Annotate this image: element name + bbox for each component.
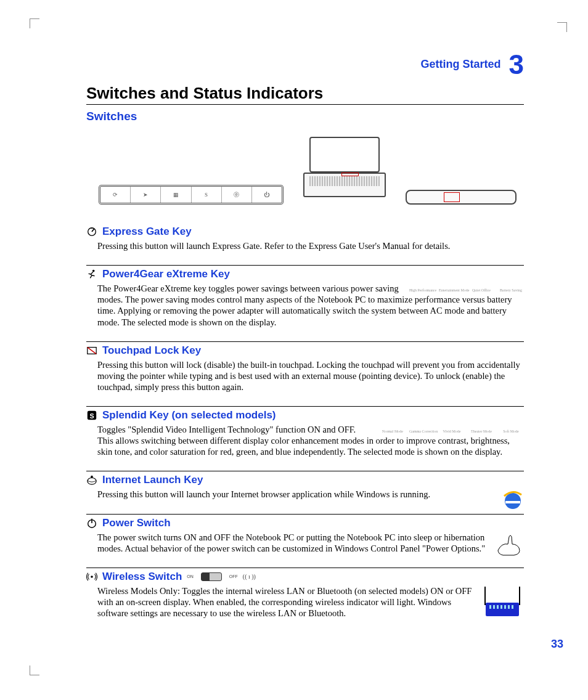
section-body: Normal Mode Gamma Correction Vivid Mode … — [97, 424, 524, 457]
browser-icon — [86, 474, 97, 486]
section-internet: Internet Launch Key Pressing this button… — [86, 471, 524, 500]
section-power-switch: Power Switch The power switch turns ON a… — [86, 514, 524, 554]
section-body: Pressing this button will lock (disable)… — [97, 359, 524, 393]
on-label: ON — [187, 574, 194, 579]
wireless-icon — [86, 571, 97, 582]
section-title: Splendid Key (on selected models) — [102, 409, 276, 421]
section-touchpad-lock: Touchpad Lock Key Pressing this button w… — [86, 341, 524, 393]
laptop-top-diagram — [298, 137, 391, 205]
breadcrumb: Getting Started — [420, 58, 500, 70]
section-body: High Performance Entertainment Mode Quie… — [97, 283, 524, 328]
chapter-number: 3 — [509, 49, 524, 79]
section-body: Pressing this button will launch Express… — [97, 240, 524, 251]
ie-logo-icon — [502, 489, 524, 511]
page-number: 33 — [551, 638, 563, 651]
svg-point-8 — [91, 476, 93, 478]
svg-point-2 — [92, 270, 95, 272]
section-body: The power switch turns ON and OFF the No… — [97, 532, 524, 554]
section-title: Power Switch — [102, 517, 171, 529]
svg-text:S: S — [89, 412, 94, 420]
page-subtitle: Switches — [86, 110, 524, 123]
hardware-diagrams: ⟳➤▦Sⓔ⏻ — [99, 131, 524, 205]
page-content: Getting Started 3 Switches and Status In… — [86, 49, 524, 619]
section-splendid: S Splendid Key (on selected models) Norm… — [86, 406, 524, 457]
switch-diagram-icon — [201, 572, 222, 581]
hand-press-icon — [496, 532, 524, 556]
section-title: Touchpad Lock Key — [102, 344, 201, 357]
laptop-side-diagram — [406, 190, 517, 205]
off-label: OFF — [229, 574, 238, 579]
power4gear-modes: High Performance Entertainment Mode Quie… — [409, 283, 524, 294]
splendid-icon: S — [86, 410, 97, 421]
antenna-icon: (( ı )) — [243, 573, 256, 580]
section-express-gate: Express Gate Key Pressing this button wi… — [86, 223, 524, 251]
splendid-modes: Normal Mode Gamma Correction Vivid Mode … — [380, 424, 524, 435]
section-body: Pressing this button will launch your In… — [97, 489, 524, 500]
page-header: Getting Started 3 — [86, 49, 524, 80]
section-title: Internet Launch Key — [102, 474, 203, 486]
section-body: Wireless Models Only: Toggles the intern… — [97, 585, 524, 619]
section-wireless: Wireless Switch ON OFF (( ı )) Wireless … — [86, 568, 524, 619]
section-title: Power4Gear eXtreme Key — [102, 268, 230, 280]
svg-point-12 — [91, 576, 93, 578]
runner-icon — [86, 269, 97, 280]
section-title: Wireless Switch — [102, 571, 182, 583]
express-gate-icon — [86, 226, 97, 237]
power-icon — [86, 518, 97, 529]
router-icon — [481, 585, 524, 616]
svg-line-4 — [88, 347, 96, 354]
page-title: Switches and Status Indicators — [86, 84, 524, 105]
section-title: Express Gate Key — [102, 226, 192, 238]
button-panel-diagram: ⟳➤▦Sⓔ⏻ — [99, 185, 284, 205]
section-power4gear: Power4Gear eXtreme Key High Performance … — [86, 265, 524, 328]
touchpad-lock-icon — [86, 345, 97, 356]
